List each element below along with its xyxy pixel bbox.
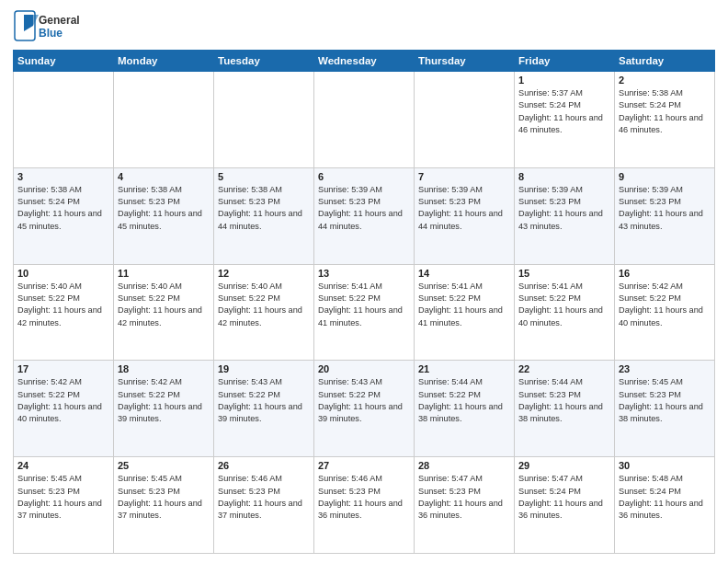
day-header-monday: Monday (114, 51, 214, 72)
day-header-tuesday: Tuesday (214, 51, 314, 72)
day-info: Sunrise: 5:44 AM Sunset: 5:22 PM Dayligh… (418, 376, 510, 425)
svg-text:General: General (39, 14, 80, 27)
day-header-wednesday: Wednesday (314, 51, 415, 72)
day-number: 20 (318, 363, 410, 374)
calendar-cell: 21Sunrise: 5:44 AM Sunset: 5:22 PM Dayli… (415, 361, 515, 457)
day-number: 24 (17, 460, 109, 471)
day-info: Sunrise: 5:40 AM Sunset: 5:22 PM Dayligh… (118, 281, 210, 329)
day-number: 13 (318, 268, 410, 279)
day-number: 26 (218, 460, 310, 471)
calendar-cell: 1Sunrise: 5:37 AM Sunset: 5:24 PM Daylig… (515, 72, 615, 168)
day-info: Sunrise: 5:38 AM Sunset: 5:23 PM Dayligh… (218, 184, 310, 233)
calendar-cell: 22Sunrise: 5:44 AM Sunset: 5:23 PM Dayli… (515, 361, 615, 457)
calendar-cell: 27Sunrise: 5:46 AM Sunset: 5:23 PM Dayli… (314, 457, 415, 554)
day-info: Sunrise: 5:44 AM Sunset: 5:23 PM Dayligh… (518, 376, 610, 425)
calendar-cell (114, 72, 214, 168)
day-info: Sunrise: 5:47 AM Sunset: 5:23 PM Dayligh… (418, 473, 510, 522)
calendar-cell: 30Sunrise: 5:48 AM Sunset: 5:24 PM Dayli… (615, 457, 715, 554)
day-info: Sunrise: 5:42 AM Sunset: 5:22 PM Dayligh… (118, 376, 210, 425)
day-number: 3 (17, 171, 109, 182)
day-info: Sunrise: 5:38 AM Sunset: 5:23 PM Dayligh… (118, 184, 210, 233)
day-number: 14 (418, 268, 510, 279)
calendar-cell: 11Sunrise: 5:40 AM Sunset: 5:22 PM Dayli… (114, 264, 214, 361)
day-header-friday: Friday (515, 51, 615, 72)
day-info: Sunrise: 5:40 AM Sunset: 5:22 PM Dayligh… (17, 281, 109, 329)
calendar-cell: 10Sunrise: 5:40 AM Sunset: 5:22 PM Dayli… (14, 264, 114, 361)
day-info: Sunrise: 5:41 AM Sunset: 5:22 PM Dayligh… (518, 281, 610, 329)
day-header-sunday: Sunday (14, 51, 114, 72)
day-number: 25 (118, 460, 210, 471)
day-number: 22 (518, 363, 610, 374)
page: General Blue SundayMondayTuesdayWednesda… (0, 0, 728, 563)
calendar-header-row: SundayMondayTuesdayWednesdayThursdayFrid… (14, 51, 715, 72)
day-header-saturday: Saturday (615, 51, 715, 72)
day-info: Sunrise: 5:41 AM Sunset: 5:22 PM Dayligh… (318, 281, 410, 329)
calendar-cell: 4Sunrise: 5:38 AM Sunset: 5:23 PM Daylig… (114, 167, 214, 264)
logo: General Blue (13, 9, 86, 42)
day-info: Sunrise: 5:43 AM Sunset: 5:22 PM Dayligh… (218, 376, 310, 425)
day-number: 30 (619, 460, 711, 471)
day-info: Sunrise: 5:40 AM Sunset: 5:22 PM Dayligh… (218, 281, 310, 329)
calendar-cell (14, 72, 114, 168)
calendar-cell (314, 72, 415, 168)
day-number: 9 (619, 171, 711, 182)
day-number: 6 (318, 171, 410, 182)
calendar-cell: 19Sunrise: 5:43 AM Sunset: 5:22 PM Dayli… (214, 361, 314, 457)
calendar-cell: 23Sunrise: 5:45 AM Sunset: 5:23 PM Dayli… (615, 361, 715, 457)
day-number: 4 (118, 171, 210, 182)
calendar-cell: 9Sunrise: 5:39 AM Sunset: 5:23 PM Daylig… (615, 167, 715, 264)
svg-marker-3 (24, 15, 33, 31)
day-number: 2 (619, 75, 711, 86)
calendar-cell: 28Sunrise: 5:47 AM Sunset: 5:23 PM Dayli… (415, 457, 515, 554)
day-info: Sunrise: 5:47 AM Sunset: 5:24 PM Dayligh… (518, 473, 610, 522)
day-info: Sunrise: 5:38 AM Sunset: 5:24 PM Dayligh… (17, 184, 109, 233)
calendar-table: SundayMondayTuesdayWednesdayThursdayFrid… (13, 50, 715, 554)
day-number: 8 (518, 171, 610, 182)
day-info: Sunrise: 5:38 AM Sunset: 5:24 PM Dayligh… (619, 87, 711, 136)
header: General Blue (13, 9, 715, 42)
calendar-cell: 15Sunrise: 5:41 AM Sunset: 5:22 PM Dayli… (515, 264, 615, 361)
calendar-week-row: 3Sunrise: 5:38 AM Sunset: 5:24 PM Daylig… (14, 167, 715, 264)
day-info: Sunrise: 5:43 AM Sunset: 5:22 PM Dayligh… (318, 376, 410, 425)
day-number: 27 (318, 460, 410, 471)
calendar-cell (214, 72, 314, 168)
calendar-cell: 26Sunrise: 5:46 AM Sunset: 5:23 PM Dayli… (214, 457, 314, 554)
day-info: Sunrise: 5:45 AM Sunset: 5:23 PM Dayligh… (17, 473, 109, 522)
calendar-cell: 20Sunrise: 5:43 AM Sunset: 5:22 PM Dayli… (314, 361, 415, 457)
calendar-cell: 5Sunrise: 5:38 AM Sunset: 5:23 PM Daylig… (214, 167, 314, 264)
day-info: Sunrise: 5:39 AM Sunset: 5:23 PM Dayligh… (518, 184, 610, 233)
calendar-week-row: 17Sunrise: 5:42 AM Sunset: 5:22 PM Dayli… (14, 361, 715, 457)
day-number: 10 (17, 268, 109, 279)
day-number: 7 (418, 171, 510, 182)
svg-text:Blue: Blue (39, 27, 63, 40)
day-info: Sunrise: 5:39 AM Sunset: 5:23 PM Dayligh… (418, 184, 510, 233)
calendar-cell: 2Sunrise: 5:38 AM Sunset: 5:24 PM Daylig… (615, 72, 715, 168)
day-info: Sunrise: 5:48 AM Sunset: 5:24 PM Dayligh… (619, 473, 711, 522)
day-info: Sunrise: 5:42 AM Sunset: 5:22 PM Dayligh… (17, 376, 109, 425)
calendar-week-row: 1Sunrise: 5:37 AM Sunset: 5:24 PM Daylig… (14, 72, 715, 168)
day-header-thursday: Thursday (415, 51, 515, 72)
day-number: 23 (619, 363, 711, 374)
day-number: 29 (518, 460, 610, 471)
calendar-cell: 12Sunrise: 5:40 AM Sunset: 5:22 PM Dayli… (214, 264, 314, 361)
calendar-cell (415, 72, 515, 168)
day-number: 17 (17, 363, 109, 374)
logo-svg: General Blue (13, 9, 86, 42)
day-number: 19 (218, 363, 310, 374)
day-number: 1 (518, 75, 610, 86)
calendar-cell: 29Sunrise: 5:47 AM Sunset: 5:24 PM Dayli… (515, 457, 615, 554)
day-info: Sunrise: 5:42 AM Sunset: 5:22 PM Dayligh… (619, 281, 711, 329)
day-number: 12 (218, 268, 310, 279)
calendar-cell: 7Sunrise: 5:39 AM Sunset: 5:23 PM Daylig… (415, 167, 515, 264)
calendar-cell: 6Sunrise: 5:39 AM Sunset: 5:23 PM Daylig… (314, 167, 415, 264)
calendar-cell: 3Sunrise: 5:38 AM Sunset: 5:24 PM Daylig… (14, 167, 114, 264)
day-info: Sunrise: 5:46 AM Sunset: 5:23 PM Dayligh… (218, 473, 310, 522)
day-info: Sunrise: 5:45 AM Sunset: 5:23 PM Dayligh… (619, 376, 711, 425)
calendar-cell: 16Sunrise: 5:42 AM Sunset: 5:22 PM Dayli… (615, 264, 715, 361)
day-info: Sunrise: 5:46 AM Sunset: 5:23 PM Dayligh… (318, 473, 410, 522)
calendar-cell: 17Sunrise: 5:42 AM Sunset: 5:22 PM Dayli… (14, 361, 114, 457)
day-number: 16 (619, 268, 711, 279)
day-info: Sunrise: 5:39 AM Sunset: 5:23 PM Dayligh… (619, 184, 711, 233)
day-info: Sunrise: 5:45 AM Sunset: 5:23 PM Dayligh… (118, 473, 210, 522)
day-info: Sunrise: 5:41 AM Sunset: 5:22 PM Dayligh… (418, 281, 510, 329)
